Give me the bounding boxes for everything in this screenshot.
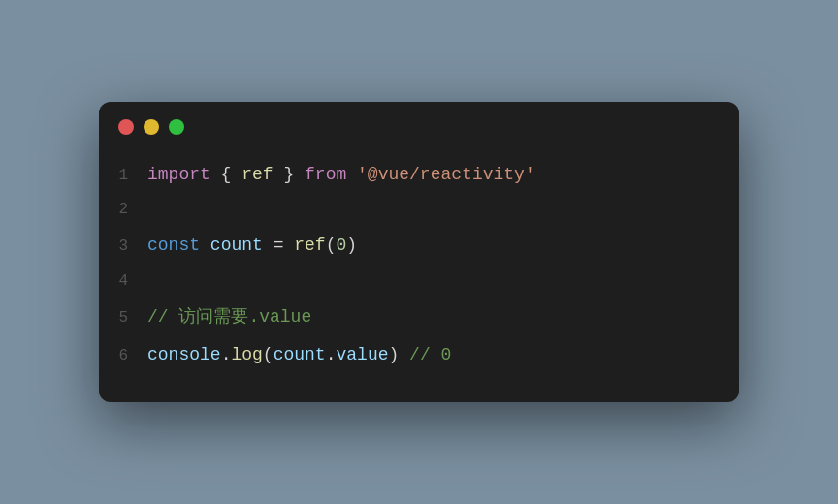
token: }	[274, 165, 305, 184]
token: ref	[242, 165, 273, 184]
token: import	[147, 165, 210, 184]
close-button[interactable]	[118, 119, 134, 135]
token	[346, 165, 357, 184]
code-window: 1import { ref } from '@vue/reactivity'23…	[99, 102, 739, 403]
code-area: 1import { ref } from '@vue/reactivity'23…	[99, 150, 739, 374]
line-number: 4	[99, 268, 147, 295]
token: value	[336, 345, 388, 364]
token: // 访问需要.value	[147, 307, 311, 327]
code-line: 2	[99, 193, 739, 227]
line-content: const count = ref(0)	[147, 231, 357, 261]
line-content: console.log(count.value) // 0	[147, 340, 451, 370]
maximize-button[interactable]	[169, 119, 184, 135]
token: from	[305, 165, 346, 184]
line-number: 5	[99, 305, 147, 331]
token: .	[326, 345, 337, 364]
token: )	[389, 345, 400, 364]
titlebar	[99, 102, 739, 150]
code-line: 1import { ref } from '@vue/reactivity'	[99, 156, 739, 194]
token: '@vue/reactivity'	[357, 165, 535, 184]
token: =	[263, 236, 294, 255]
code-line: 6console.log(count.value) // 0	[99, 336, 739, 374]
line-number: 3	[99, 234, 147, 260]
token: .	[221, 345, 232, 364]
token: console	[147, 345, 221, 364]
token: const	[147, 236, 200, 255]
token: (	[263, 345, 274, 364]
token: 0	[336, 236, 346, 255]
token: // 0	[399, 345, 451, 364]
token: log	[231, 345, 262, 364]
token: {	[210, 165, 242, 184]
token: count	[210, 236, 263, 255]
line-content: // 访问需要.value	[147, 302, 311, 332]
token: count	[274, 345, 326, 364]
token	[200, 236, 210, 255]
line-number: 2	[99, 197, 147, 223]
line-content: import { ref } from '@vue/reactivity'	[147, 160, 535, 190]
line-number: 6	[99, 343, 147, 369]
code-line: 4	[99, 265, 739, 299]
token: )	[346, 236, 357, 255]
code-line: 3const count = ref(0)	[99, 227, 739, 265]
code-line: 5// 访问需要.value	[99, 299, 739, 336]
minimize-button[interactable]	[144, 119, 159, 135]
token: ref	[294, 236, 325, 255]
line-number: 1	[99, 163, 147, 189]
token: (	[326, 236, 337, 255]
